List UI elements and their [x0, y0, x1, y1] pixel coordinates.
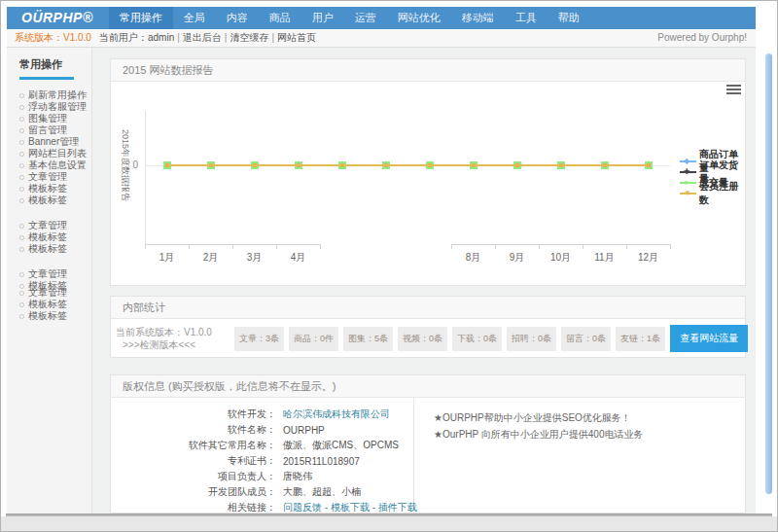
- copyright-row-label: 软件开发：: [111, 408, 276, 421]
- chart-plot-area: 2015年度数据报告 0 ◆商品订单量✚订单发货量●成交量▼会员注册数 1月2月…: [111, 82, 745, 285]
- chart-x-tick-label: 10月: [542, 251, 581, 265]
- copyright-row-value: 2015R11L018907: [283, 456, 360, 467]
- sidebar-title-underline: [19, 77, 74, 80]
- copyright-row-label: 软件名称：: [111, 423, 276, 437]
- stat-box: 下载：0条: [452, 327, 502, 351]
- nav-item-帮助[interactable]: 帮助: [548, 7, 590, 29]
- chart-x-tick-label: 9月: [498, 251, 537, 265]
- chart-x-axis-tick: [276, 244, 277, 249]
- sidebar-item[interactable]: 模板标签: [7, 310, 91, 322]
- chart-x-axis-tick: [495, 244, 496, 249]
- chart-x-axis-tick: [451, 244, 452, 249]
- sidebar-title: 常用操作: [7, 48, 91, 72]
- current-user-label: 当前用户：admin: [99, 32, 174, 43]
- stat-box: 视频：0条: [398, 327, 447, 351]
- sidebar-menu: 刷新常用操作浮动客服管理图集管理留言管理Banner管理网站栏目列表基本信息设置…: [7, 89, 91, 322]
- stat-box: 招聘：0条: [507, 327, 556, 351]
- nav-item-用户[interactable]: 用户: [301, 7, 344, 29]
- chart-x-axis-tick: [189, 244, 190, 249]
- chart-x-tick-label: 2月: [192, 251, 230, 265]
- bullet-icon: [19, 314, 24, 319]
- current-version-block: 当前系统版本：V1.0.0 >>>检测版本<<<: [116, 326, 234, 351]
- status-bar: 系统版本：V1.0.0 当前用户：admin|退出后台|清空缓存|网站首页 Po…: [7, 29, 756, 48]
- nav-item-全局[interactable]: 全局: [173, 7, 216, 29]
- separator: -: [322, 502, 331, 513]
- vertical-scrollbar-thumb[interactable]: [765, 53, 772, 494]
- nav-item-移动端[interactable]: 移动端: [451, 7, 505, 29]
- chart-x-axis-tick: [145, 244, 146, 249]
- nav-item-工具[interactable]: 工具: [505, 7, 548, 29]
- chart-panel-title: 2015 网站数据报告: [123, 64, 214, 76]
- copyright-notices: ★OURPHP帮助中小企业提供SEO优化服务！★OurPHP 向所有中小企业用户…: [414, 398, 745, 514]
- separator: |: [177, 32, 180, 43]
- powered-by-label: Powered by Ourphp!: [657, 29, 747, 47]
- bullet-icon: [19, 291, 24, 296]
- stat-box: 文章：3条: [234, 327, 284, 351]
- related-link[interactable]: 问题反馈: [283, 502, 322, 513]
- app-logo: OÜRPHP®: [7, 7, 109, 29]
- top-navbar: OÜRPHP® 常用操作全局内容商品用户运营网站优化移动端工具帮助: [7, 7, 756, 29]
- statusbar-link[interactable]: 清空缓存: [230, 32, 268, 43]
- view-traffic-button[interactable]: 查看网站流量: [670, 325, 748, 352]
- related-link[interactable]: 插件下载: [378, 502, 417, 513]
- legend-marker-icon: ●: [680, 178, 696, 187]
- statusbar-link[interactable]: 网站首页: [277, 32, 316, 43]
- bullet-icon: [19, 235, 24, 240]
- nav-item-网站优化[interactable]: 网站优化: [387, 7, 451, 29]
- chart-x-axis-tick: [626, 244, 627, 249]
- related-link[interactable]: 模板下载: [331, 502, 370, 513]
- top-nav: 常用操作全局内容商品用户运营网站优化移动端工具帮助: [109, 7, 590, 29]
- chart-x-tick-label: 8月: [454, 251, 493, 265]
- current-version-text: 当前系统版本：V1.0.0: [116, 326, 234, 338]
- chart-x-axis-tick: [320, 244, 321, 249]
- copyright-row: 软件其它常用名称：傲派、傲派CMS、OPCMS: [111, 438, 413, 453]
- copyright-row-value: 大鹏、超超、小楠: [283, 485, 361, 499]
- stat-box: 商品：0件: [289, 327, 338, 351]
- stats-panel: 内部统计 当前系统版本：V1.0.0 >>>检测版本<<< 文章：3条商品：0件…: [110, 296, 746, 358]
- bullet-icon: [19, 272, 24, 277]
- copyright-row: 软件开发：哈尔滨伟成科技有限公司: [111, 407, 413, 422]
- chart-series-line: [167, 164, 649, 166]
- chart-x-axis-tick: [670, 244, 671, 249]
- sidebar-item[interactable]: 模板标签: [7, 195, 91, 206]
- promo-notice: ★OurPHP 向所有中小企业用户提供400电话业务: [434, 426, 745, 443]
- copyright-row-value: 傲派、傲派CMS、OPCMS: [283, 439, 399, 452]
- legend-label: 会员注册数: [699, 180, 745, 207]
- chart-x-axis-tick: [583, 244, 584, 249]
- chart-export-menu-icon[interactable]: [726, 85, 741, 96]
- separator: |: [271, 32, 274, 43]
- sidebar-item[interactable]: 模板标签: [7, 243, 91, 255]
- statusbar-link[interactable]: 退出后台: [183, 32, 222, 43]
- nav-item-常用操作[interactable]: 常用操作: [109, 7, 173, 29]
- chart-y-tick-label: 0: [124, 160, 138, 170]
- promo-notice: ★OURPHP帮助中小企业提供SEO优化服务！: [434, 409, 745, 426]
- sidebar-menu-group: 文章管理模板标签文章管理模板标签模板标签: [7, 268, 91, 322]
- stat-boxes: 文章：3条商品：0件图集：5条视频：0条下载：0条招聘：0条留言：0条友链：1条: [234, 327, 670, 351]
- nav-item-内容[interactable]: 内容: [216, 7, 259, 29]
- chart-x-tick-label: 3月: [235, 251, 274, 265]
- copyright-row: 软件名称：OURPHP: [111, 422, 413, 438]
- copyright-panel: 版权信息 (购买授权版，此信息将不在显示。) 软件开发：哈尔滨伟成科技有限公司软…: [110, 374, 746, 514]
- bullet-icon: [19, 224, 24, 229]
- separator: |: [225, 32, 228, 43]
- chart-legend: ◆商品订单量✚订单发货量●成交量▼会员注册数: [680, 156, 745, 198]
- legend-marker-icon: ▼: [680, 189, 696, 197]
- stat-box: 友链：1条: [616, 327, 665, 351]
- stats-row: 当前系统版本：V1.0.0 >>>检测版本<<< 文章：3条商品：0件图集：5条…: [111, 319, 745, 358]
- bullet-icon: [19, 128, 24, 133]
- stats-panel-title: 内部统计: [123, 301, 165, 313]
- bullet-icon: [19, 93, 24, 98]
- bullet-icon: [19, 198, 24, 203]
- bullet-icon: [19, 187, 24, 192]
- copyright-row-link[interactable]: 哈尔滨伟成科技有限公司: [283, 408, 390, 421]
- copyright-row-value: OURPHP: [283, 425, 325, 436]
- legend-marker-icon: ◆: [680, 157, 696, 165]
- legend-item-会员注册数[interactable]: ▼会员注册数: [680, 188, 745, 198]
- bullet-icon: [19, 152, 24, 157]
- copyright-row: 专利证书：2015R11L018907: [111, 453, 413, 469]
- check-version-link[interactable]: >>>检测版本<<<: [116, 338, 234, 351]
- nav-item-运营[interactable]: 运营: [344, 7, 387, 29]
- stats-panel-header: 内部统计: [111, 297, 745, 319]
- copyright-panel-title: 版权信息 (购买授权版，此信息将不在显示。): [123, 380, 336, 392]
- nav-item-商品[interactable]: 商品: [259, 7, 301, 29]
